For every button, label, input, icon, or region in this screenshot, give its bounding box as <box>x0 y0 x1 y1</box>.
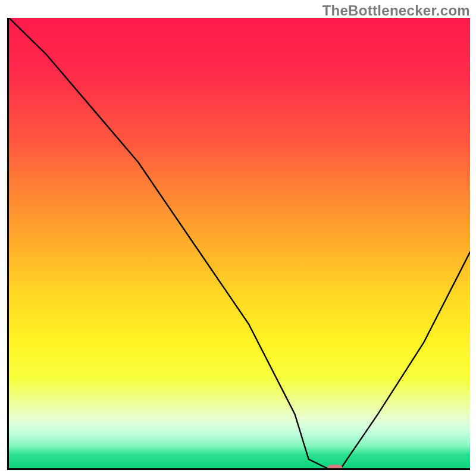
watermark-text: TheBottlenecker.com <box>322 2 470 19</box>
bottleneck-curve-path <box>9 18 470 468</box>
plot-area <box>7 18 470 470</box>
optimum-marker <box>327 465 343 470</box>
curve-svg <box>9 18 470 468</box>
chart-frame: TheBottlenecker.com <box>0 0 476 476</box>
